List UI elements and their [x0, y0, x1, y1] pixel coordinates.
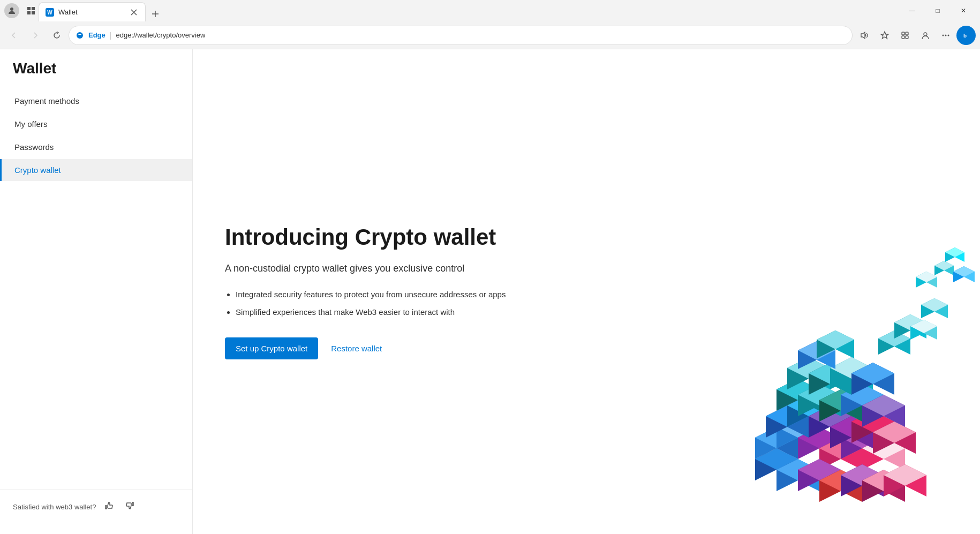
address-divider: | — [110, 31, 112, 40]
svg-point-14 — [948, 34, 949, 36]
svg-rect-2 — [32, 7, 35, 10]
sub-heading: A non-custodial crypto wallet gives you … — [225, 261, 506, 276]
svg-rect-10 — [906, 36, 908, 39]
svg-point-12 — [943, 34, 944, 36]
feature-item-2: Simplified experiences that make Web3 ea… — [236, 306, 506, 319]
minimize-button[interactable]: — — [900, 2, 924, 19]
feature-list: Integrated security features to protect … — [225, 289, 506, 318]
sidebar-item-passwords[interactable]: Passwords — [0, 136, 192, 158]
active-tab[interactable]: W Wallet — [39, 2, 146, 21]
maximize-button[interactable]: □ — [925, 2, 950, 19]
main-heading: Introducing Crypto wallet — [225, 224, 506, 251]
crypto-illustration — [723, 223, 980, 534]
forward-button[interactable] — [26, 26, 45, 45]
bing-button[interactable]: b — [956, 26, 976, 45]
new-tab-button[interactable] — [148, 6, 163, 21]
content-text: Introducing Crypto wallet A non-custodia… — [225, 224, 506, 359]
favorites-button[interactable] — [875, 26, 894, 45]
title-bar: W Wallet — □ ✕ — [0, 0, 980, 21]
feature-item-1: Integrated security features to protect … — [236, 289, 506, 301]
svg-point-0 — [10, 7, 13, 11]
thumbs-down-button[interactable] — [123, 499, 137, 515]
nav-right-buttons: b — [855, 26, 976, 45]
svg-rect-8 — [906, 32, 908, 35]
tab-close-button[interactable] — [129, 7, 139, 17]
svg-point-11 — [924, 33, 927, 36]
svg-rect-7 — [902, 32, 904, 35]
svg-text:W: W — [47, 10, 52, 16]
profile-button[interactable] — [916, 26, 935, 45]
satisfied-text: Satisfied with web3 wallet? — [13, 503, 96, 511]
edge-favicon — [76, 31, 84, 40]
tab-grid-icon[interactable] — [24, 3, 39, 18]
edge-label: Edge — [88, 31, 105, 39]
svg-rect-9 — [902, 36, 904, 39]
close-button[interactable]: ✕ — [951, 2, 976, 19]
thumbs-up-button[interactable] — [102, 499, 116, 515]
sidebar: Wallet Payment methods My offers Passwor… — [0, 49, 193, 534]
refresh-button[interactable] — [47, 26, 66, 45]
read-aloud-button[interactable] — [855, 26, 874, 45]
title-bar-left — [4, 3, 39, 18]
address-bar[interactable]: Edge | edge://wallet/crypto/overview — [69, 26, 853, 45]
button-row: Set up Crypto wallet Restore wallet — [225, 337, 506, 359]
restore-wallet-link[interactable]: Restore wallet — [331, 344, 382, 353]
svg-rect-3 — [27, 11, 31, 14]
svg-point-13 — [945, 34, 947, 36]
tab-title: Wallet — [58, 8, 125, 16]
svg-text:b: b — [963, 32, 967, 39]
sidebar-item-payment-methods[interactable]: Payment methods — [0, 90, 192, 112]
address-text: edge://wallet/crypto/overview — [116, 31, 846, 39]
tab-bar: W Wallet — [39, 0, 900, 21]
sidebar-item-crypto-wallet[interactable]: Crypto wallet — [0, 159, 192, 181]
window-controls: — □ ✕ — [900, 2, 976, 19]
sidebar-item-my-offers[interactable]: My offers — [0, 113, 192, 135]
more-button[interactable] — [936, 26, 955, 45]
svg-rect-1 — [27, 7, 31, 10]
collections-button[interactable] — [895, 26, 915, 45]
main-area: Wallet Payment methods My offers Passwor… — [0, 49, 980, 534]
tab-favicon: W — [46, 8, 54, 17]
profile-icon[interactable] — [4, 3, 19, 18]
content-area: Introducing Crypto wallet A non-custodia… — [193, 49, 980, 534]
setup-crypto-wallet-button[interactable]: Set up Crypto wallet — [225, 337, 318, 359]
sidebar-footer: Satisfied with web3 wallet? — [0, 490, 192, 523]
svg-rect-4 — [32, 11, 35, 14]
nav-bar: Edge | edge://wallet/crypto/overview b — [0, 21, 980, 49]
back-button[interactable] — [4, 26, 24, 45]
sidebar-nav: Payment methods My offers Passwords Cryp… — [0, 90, 192, 490]
sidebar-title: Wallet — [0, 60, 192, 90]
